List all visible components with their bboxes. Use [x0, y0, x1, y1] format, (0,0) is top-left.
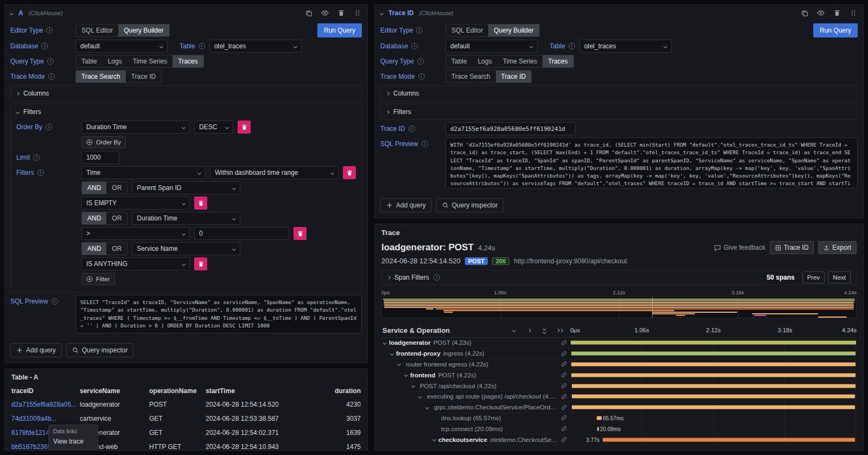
prev-button[interactable]: Prev: [802, 271, 825, 283]
span-row[interactable]: grpc.oteldemo.CheckoutService/PlaceOrder…: [381, 402, 857, 413]
table-select[interactable]: otel_traces: [579, 40, 672, 53]
query-type-option[interactable]: Traces: [173, 55, 203, 67]
query-inspector-button[interactable]: Query inspector: [66, 343, 134, 357]
expand-one-icon[interactable]: [525, 326, 533, 335]
trace-id-link[interactable]: d2a7155ef6a928a05...: [11, 401, 80, 408]
span-name-cell[interactable]: router frontend egress (4.22s): [381, 361, 570, 368]
run-query-button[interactable]: Run Query: [317, 23, 362, 37]
editor-type-option[interactable]: SQL Editor: [446, 24, 488, 36]
menu-item[interactable]: View logs: [49, 447, 98, 450]
duplicate-query-icon[interactable]: [304, 9, 313, 17]
query-type-option[interactable]: Table: [446, 55, 473, 67]
span-toggle-icon[interactable]: [390, 352, 394, 356]
and-or-toggle[interactable]: ANDOR: [81, 181, 127, 194]
add-query-button[interactable]: Add query: [10, 343, 62, 357]
collapse-chevron-icon[interactable]: [10, 11, 14, 15]
condition-field-select[interactable]: Parent Span ID: [132, 181, 240, 194]
duplicate-query-icon[interactable]: [800, 9, 809, 17]
trace-mode-toggle[interactable]: Trace SearchTrace ID: [445, 70, 532, 83]
span-filters-bar[interactable]: Span Filters i 50 spans Prev Next: [381, 270, 857, 285]
span-bar[interactable]: [597, 416, 601, 420]
span-link-icon[interactable]: [561, 383, 567, 389]
filter-operator-select[interactable]: Within dashboard time range: [210, 166, 339, 179]
trace-mode-option[interactable]: Trace Search: [446, 71, 496, 83]
export-button[interactable]: Export: [818, 241, 857, 254]
expand-all-icon[interactable]: [555, 326, 564, 335]
span-bar[interactable]: [603, 438, 856, 441]
span-name-cell[interactable]: dns.lookup (65.57ms): [381, 415, 570, 421]
add-query-button[interactable]: Add query: [380, 198, 432, 212]
add-order-by-button[interactable]: Order By: [81, 136, 126, 148]
span-toggle-icon[interactable]: [418, 395, 422, 399]
remove-condition-button[interactable]: [293, 227, 307, 240]
column-header-operationname[interactable]: operationName: [149, 387, 206, 395]
eye-icon[interactable]: [321, 9, 329, 17]
table-select[interactable]: otel_traces: [209, 40, 302, 53]
trace-mode-option[interactable]: Trace ID: [496, 71, 532, 83]
query-type-option[interactable]: Table: [76, 55, 103, 67]
span-bar[interactable]: [571, 373, 856, 377]
span-timeline[interactable]: [570, 402, 857, 413]
info-icon[interactable]: i: [411, 43, 418, 49]
filters-section-header[interactable]: Filters: [11, 104, 361, 119]
trace-mode-option[interactable]: Trace ID: [126, 71, 162, 83]
drag-handle-icon[interactable]: [849, 9, 858, 17]
info-icon[interactable]: i: [433, 274, 440, 281]
editor-type-option[interactable]: Query Builder: [118, 24, 169, 36]
editor-type-toggle[interactable]: SQL EditorQuery Builder: [445, 24, 540, 37]
span-name-cell[interactable]: grpc.oteldemo.CheckoutService/PlaceOrder…: [381, 404, 570, 410]
query-type-option[interactable]: Traces: [542, 55, 573, 67]
table-row[interactable]: d2a7155ef6a928a05... loadgenerator POST …: [5, 397, 367, 412]
conjunction-option[interactable]: OR: [106, 243, 127, 255]
span-name-cell[interactable]: frontend POST (4.22s): [381, 372, 570, 378]
give-feedback-button[interactable]: Give feedback: [714, 244, 765, 251]
span-link-icon[interactable]: [561, 361, 567, 367]
info-icon[interactable]: i: [37, 169, 44, 176]
and-or-toggle[interactable]: ANDOR: [81, 242, 127, 255]
editor-type-option[interactable]: SQL Editor: [76, 24, 118, 36]
info-icon[interactable]: i: [47, 58, 54, 65]
info-icon[interactable]: i: [422, 141, 428, 147]
trace-mode-option[interactable]: Trace Search: [76, 71, 126, 83]
span-link-icon[interactable]: [561, 340, 567, 346]
span-name-cell[interactable]: executing api route (pages) /api/checkou…: [381, 393, 570, 400]
span-bar[interactable]: [571, 362, 856, 366]
span-link-icon[interactable]: [561, 437, 567, 443]
trace-minimap[interactable]: [381, 296, 857, 318]
span-row[interactable]: dns.lookup (65.57ms) 65.57ms: [381, 413, 857, 424]
span-bar[interactable]: [572, 395, 856, 399]
span-name-cell[interactable]: tcp.connect (20.09ms): [381, 426, 570, 432]
span-row[interactable]: tcp.connect (20.09ms) 20.09ms: [381, 424, 857, 434]
span-timeline[interactable]: 2.07s: [570, 445, 857, 447]
conjunction-option[interactable]: AND: [82, 212, 106, 224]
span-link-icon[interactable]: [561, 372, 567, 378]
collapse-one-icon[interactable]: [509, 326, 518, 335]
trash-icon[interactable]: [337, 9, 346, 17]
condition-operator-select[interactable]: IS EMPTY: [81, 197, 190, 210]
span-timeline[interactable]: 20.09ms: [570, 424, 857, 434]
span-toggle-icon[interactable]: [425, 406, 429, 409]
info-icon[interactable]: i: [416, 27, 423, 34]
trace-id-input[interactable]: [445, 122, 576, 135]
span-bar[interactable]: [597, 427, 599, 431]
column-header-servicename[interactable]: serviceName: [80, 387, 149, 395]
span-row[interactable]: executing api route (pages) /api/checkou…: [381, 391, 857, 402]
remove-condition-button[interactable]: [194, 197, 207, 210]
filter-field-select[interactable]: Time: [81, 166, 206, 179]
info-icon[interactable]: i: [418, 73, 425, 80]
columns-section-header[interactable]: Columns: [11, 86, 361, 101]
trace-id-link[interactable]: 74d31009a4b...: [11, 415, 80, 422]
span-row[interactable]: prepareOrderItemsAndShippingQuoteFromCar…: [381, 445, 857, 447]
filters-section-header[interactable]: Filters: [381, 104, 857, 119]
conjunction-option[interactable]: OR: [106, 212, 127, 224]
menu-item[interactable]: View trace: [49, 436, 98, 447]
span-name-cell[interactable]: frontend-proxy ingress (4.22s): [381, 350, 570, 357]
span-toggle-icon[interactable]: [432, 438, 436, 441]
info-icon[interactable]: i: [46, 27, 53, 34]
condition-field-select[interactable]: Duration Time: [132, 212, 240, 225]
span-link-icon[interactable]: [561, 394, 567, 400]
order-by-direction-select[interactable]: DESC: [194, 121, 233, 134]
span-toggle-icon[interactable]: [404, 373, 408, 377]
column-header-starttime[interactable]: startTime: [206, 387, 312, 395]
table-row[interactable]: 74d31009a4b... cartservice GET 2024-06-2…: [5, 412, 367, 426]
